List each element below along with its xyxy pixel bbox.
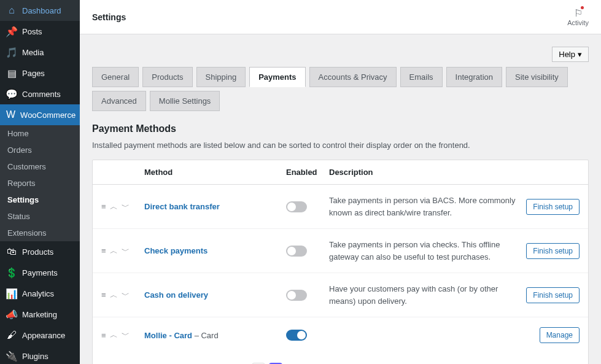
- tab-general[interactable]: General: [92, 67, 139, 87]
- tab-shipping[interactable]: Shipping: [196, 67, 246, 87]
- enabled-toggle[interactable]: [286, 201, 307, 212]
- activity-button[interactable]: ⚐ Activity: [567, 7, 589, 26]
- sidebar-item-label: Media: [22, 48, 44, 57]
- sidebar-item-payments[interactable]: 💲Payments: [0, 262, 80, 283]
- column-method: Method: [144, 168, 286, 177]
- sidebar-submenu: HomeOrdersCustomersReportsSettingsStatus…: [0, 125, 80, 241]
- sidebar-sub-orders[interactable]: Orders: [0, 142, 80, 158]
- tab-mollie-settings[interactable]: Mollie Settings: [150, 91, 220, 111]
- method-suffix: – Card: [192, 331, 219, 340]
- discover-row: Discover other payment providers ↗ ⚡ PP …: [93, 353, 588, 364]
- move-up-icon[interactable]: ︿: [110, 246, 118, 257]
- sidebar-item-products[interactable]: 🛍Products: [0, 241, 80, 262]
- sidebar-item-label: Posts: [22, 27, 42, 36]
- payment-icon: 💲: [6, 267, 17, 278]
- tab-integration[interactable]: Integration: [446, 67, 502, 87]
- row-action-button[interactable]: Finish setup: [526, 199, 580, 215]
- method-link[interactable]: Direct bank transfer: [144, 202, 220, 211]
- row-action-button[interactable]: Manage: [540, 327, 580, 343]
- sidebar-item-plugins[interactable]: 🔌Plugins: [0, 346, 80, 364]
- sidebar-item-analytics[interactable]: 📊Analytics: [0, 283, 80, 304]
- tab-site-visibility[interactable]: Site visibility: [506, 67, 568, 87]
- settings-tabs: GeneralProductsShippingPaymentsAccounts …: [92, 67, 589, 111]
- drag-handle-icon[interactable]: ≡: [101, 290, 106, 300]
- move-down-icon[interactable]: ﹀: [122, 246, 130, 257]
- analytics-icon: 📊: [6, 288, 17, 299]
- sidebar-item-pages[interactable]: ▤Pages: [0, 63, 80, 83]
- tab-payments[interactable]: Payments: [249, 67, 305, 87]
- product-icon: 🛍: [6, 246, 17, 257]
- column-enabled: Enabled: [286, 168, 329, 177]
- table-row: ≡ ︿ ﹀ Cash on delivery Have your custome…: [93, 273, 588, 317]
- drag-handle-icon[interactable]: ≡: [101, 202, 106, 211]
- sidebar-item-label: Dashboard: [22, 6, 61, 15]
- plugin-icon: 🔌: [6, 350, 17, 362]
- move-up-icon[interactable]: ︿: [110, 290, 118, 301]
- sidebar-item-label: WooCommerce: [20, 110, 76, 120]
- help-dropdown[interactable]: Help ▾: [552, 47, 589, 62]
- sidebar-sub-settings[interactable]: Settings: [0, 192, 80, 208]
- drag-handle-icon[interactable]: ≡: [101, 331, 106, 340]
- tab-emails[interactable]: Emails: [400, 67, 443, 87]
- move-down-icon[interactable]: ﹀: [122, 330, 130, 341]
- sidebar-item-label: Pages: [22, 69, 45, 78]
- pin-icon: 📌: [6, 26, 17, 37]
- chevron-down-icon: ▾: [578, 50, 582, 59]
- topbar: Settings ⚐ Activity: [80, 0, 601, 34]
- row-action-button[interactable]: Finish setup: [526, 243, 580, 259]
- method-link[interactable]: Cash on delivery: [144, 290, 208, 300]
- sidebar-item-comments[interactable]: 💬Comments: [0, 83, 80, 104]
- page-icon: ▤: [6, 68, 17, 79]
- sidebar-item-woocommerce[interactable]: WWooCommerce: [0, 104, 80, 125]
- marketing-icon: 📣: [6, 309, 17, 320]
- drag-handle-icon[interactable]: ≡: [101, 246, 106, 255]
- move-up-icon[interactable]: ︿: [110, 201, 118, 212]
- enabled-toggle[interactable]: [286, 290, 307, 301]
- section-title: Payment Methods: [92, 123, 589, 134]
- method-description: Take payments in person via BACS. More c…: [329, 195, 524, 219]
- woo-icon: W: [6, 109, 15, 120]
- sidebar-item-label: Marketing: [22, 310, 57, 319]
- sidebar-sub-customers[interactable]: Customers: [0, 158, 80, 175]
- sidebar-sub-home[interactable]: Home: [0, 125, 80, 142]
- tab-advanced[interactable]: Advanced: [92, 91, 146, 111]
- media-icon: 🎵: [6, 47, 17, 58]
- sidebar-item-dashboard[interactable]: ⌂Dashboard: [0, 0, 80, 21]
- dashboard-icon: ⌂: [6, 5, 17, 16]
- appearance-icon: 🖌: [6, 330, 17, 341]
- section-description: Installed payment methods are listed bel…: [92, 141, 589, 150]
- method-description: Have your customers pay with cash (or by…: [329, 283, 524, 307]
- admin-sidebar: ⌂Dashboard📌Posts🎵Media▤Pages💬CommentsWWo…: [0, 0, 80, 364]
- sidebar-item-posts[interactable]: 📌Posts: [0, 21, 80, 42]
- column-description: Description: [329, 168, 524, 177]
- sidebar-item-label: Plugins: [22, 352, 48, 361]
- sidebar-item-marketing[interactable]: 📣Marketing: [0, 304, 80, 325]
- move-down-icon[interactable]: ﹀: [122, 201, 130, 212]
- sidebar-item-label: Products: [22, 247, 53, 257]
- tab-products[interactable]: Products: [142, 67, 192, 87]
- sidebar-sub-extensions[interactable]: Extensions: [0, 225, 80, 241]
- payment-methods-table: Method Enabled Description ≡ ︿ ﹀ Direct …: [92, 160, 589, 364]
- tab-accounts-privacy[interactable]: Accounts & Privacy: [309, 67, 397, 87]
- table-row: ≡ ︿ ﹀ Mollie - Card – Card Manage: [93, 317, 588, 353]
- sidebar-item-label: Comments: [22, 90, 61, 99]
- sidebar-sub-reports[interactable]: Reports: [0, 175, 80, 192]
- table-row: ≡ ︿ ﹀ Check payments Take payments in pe…: [93, 229, 588, 273]
- sidebar-item-media[interactable]: 🎵Media: [0, 42, 80, 63]
- page-title: Settings: [92, 12, 126, 22]
- row-action-button[interactable]: Finish setup: [526, 287, 580, 303]
- table-header: Method Enabled Description: [93, 160, 588, 185]
- sidebar-sub-status[interactable]: Status: [0, 208, 80, 225]
- move-down-icon[interactable]: ﹀: [122, 290, 130, 301]
- flag-icon: ⚐: [574, 7, 583, 19]
- method-link[interactable]: Check payments: [144, 246, 207, 255]
- method-description: Take payments in person via checks. This…: [329, 239, 524, 263]
- method-link[interactable]: Mollie - Card: [144, 331, 192, 340]
- sidebar-item-appearance[interactable]: 🖌Appearance: [0, 325, 80, 346]
- sidebar-item-label: Analytics: [22, 289, 54, 298]
- enabled-toggle[interactable]: [286, 330, 307, 341]
- enabled-toggle[interactable]: [286, 246, 307, 257]
- sidebar-item-label: Appearance: [22, 331, 65, 340]
- table-row: ≡ ︿ ﹀ Direct bank transfer Take payments…: [93, 185, 588, 229]
- move-up-icon[interactable]: ︿: [110, 330, 118, 341]
